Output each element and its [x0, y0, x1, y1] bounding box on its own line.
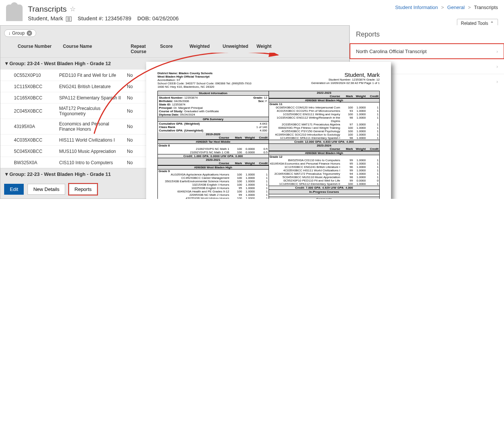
report-item-nc-transcript[interactable]: North Carolina Official Transcript › [350, 44, 504, 59]
sort-icon: ↓ [8, 31, 11, 36]
student-subtitle: Student, Mark ☰ Student #: 123456789 DOB… [28, 15, 498, 21]
col-weighted[interactable]: Weighted [186, 44, 220, 54]
chevron-right-icon: › [496, 49, 498, 54]
col-score[interactable]: Score [157, 44, 186, 54]
breadcrumb: Student Information > General > Transcri… [395, 5, 498, 10]
avatar [6, 5, 23, 21]
chevron-right-icon: › [496, 79, 498, 84]
col-repeat[interactable]: Repeat Course [128, 44, 157, 54]
dob-value: 04/26/2006 [152, 15, 179, 21]
report-item-label: North Carolina Official Transcript [356, 49, 427, 54]
student-name: Student, Mark [28, 15, 63, 21]
student-num-label: Student #: [78, 15, 103, 21]
col-weight[interactable]: Weight [254, 44, 276, 54]
breadcrumb-general[interactable]: General [447, 5, 464, 10]
chevron-down-icon: ▼ [4, 61, 8, 66]
transcript-preview: District Name: Bladen County Schools Wes… [146, 62, 391, 199]
reports-button[interactable]: Reports [69, 184, 98, 195]
edit-button[interactable]: Edit [4, 184, 24, 195]
new-details-button[interactable]: New Details [27, 184, 65, 195]
chevron-right-icon: › [496, 64, 498, 69]
chevron-down-icon: ▼ [4, 171, 8, 177]
col-unweighted[interactable]: Unweighted [220, 44, 254, 54]
grid-header: Course Number Course Name Repeat Course … [0, 37, 349, 57]
group-pill-label: Group [12, 31, 24, 36]
breadcrumb-current: Transcripts [474, 5, 498, 10]
dob-label: DOB: [137, 15, 151, 21]
page-title: Transcripts [28, 5, 67, 14]
col-course-number[interactable]: Course Number [15, 44, 60, 54]
close-icon[interactable]: ✕ [27, 31, 32, 36]
group-pill[interactable]: ↓ Group ✕ [4, 29, 36, 37]
id-card-icon[interactable]: ☰ [66, 17, 72, 21]
student-num: 123456789 [105, 15, 131, 21]
page-header: Transcripts ☆ Student, Mark ☰ Student #:… [0, 0, 504, 25]
breadcrumb-student-info[interactable]: Student Information [395, 5, 438, 10]
reports-title: Reports [350, 25, 504, 44]
col-course-name[interactable]: Course Name [60, 44, 128, 54]
star-icon[interactable]: ☆ [70, 5, 76, 13]
